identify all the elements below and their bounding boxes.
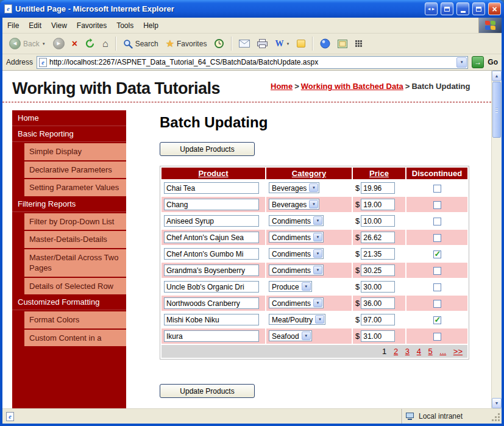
price-input[interactable] xyxy=(361,314,395,325)
price-input[interactable] xyxy=(361,330,395,342)
sidebar-section-basic-reporting[interactable]: Basic Reporting xyxy=(12,126,126,142)
stop-button[interactable]: × xyxy=(69,37,80,51)
search-button[interactable]: Search xyxy=(120,37,161,51)
category-select[interactable]: Seafood▼ xyxy=(269,330,312,341)
sidebar-item-declarative-parameters[interactable]: Declarative Parameters xyxy=(24,162,126,179)
vertical-scrollbar[interactable]: ▲ ▼ xyxy=(491,71,502,408)
discontinued-checkbox[interactable] xyxy=(433,283,441,291)
scroll-up-button[interactable]: ▲ xyxy=(492,71,502,81)
product-input[interactable] xyxy=(164,314,259,325)
messenger-button[interactable] xyxy=(317,37,333,51)
sidebar-item-simple-display[interactable]: Simple Display xyxy=(24,143,126,160)
breadcrumb-link-home[interactable]: Home xyxy=(271,82,293,91)
home-button[interactable]: ⌂ xyxy=(99,37,112,51)
price-input[interactable] xyxy=(361,199,395,210)
pager-page-link[interactable]: 5 xyxy=(428,347,432,356)
category-select[interactable]: Beverages▼ xyxy=(269,182,319,193)
product-input[interactable] xyxy=(164,297,259,309)
sidebar-item-master-detail-two-pages[interactable]: Master/Detail Across Two Pages xyxy=(24,249,126,277)
discontinued-checkbox[interactable] xyxy=(433,300,441,308)
category-select[interactable]: Beverages▼ xyxy=(269,199,319,210)
forward-button[interactable]: ► xyxy=(50,36,68,51)
price-input[interactable] xyxy=(361,232,395,243)
menu-file[interactable]: File xyxy=(2,18,24,33)
pager-page-link[interactable]: 4 xyxy=(417,347,421,356)
sidebar-section-filtering-reports[interactable]: Filtering Reports xyxy=(12,196,126,212)
menu-favorites[interactable]: Favorites xyxy=(72,18,112,33)
menu-help[interactable]: Help xyxy=(138,18,163,33)
mail-button[interactable] xyxy=(236,38,253,49)
pager-page-link[interactable]: 3 xyxy=(405,347,410,356)
category-select[interactable]: Condiments▼ xyxy=(269,264,324,275)
sidebar-item-master-details-details[interactable]: Master-Details-Details xyxy=(24,231,126,248)
menu-edit[interactable]: Edit xyxy=(24,18,46,33)
go-button[interactable]: → xyxy=(472,56,484,68)
edit-button[interactable]: W ▼ xyxy=(272,37,293,51)
category-select[interactable]: Condiments▼ xyxy=(269,297,324,308)
discontinued-checkbox[interactable] xyxy=(433,201,441,209)
discontinued-checkbox[interactable] xyxy=(433,316,441,324)
price-input[interactable] xyxy=(361,215,395,227)
address-input[interactable] xyxy=(49,58,454,66)
pager-ellipsis-link[interactable]: ... xyxy=(439,347,446,356)
discontinued-checkbox[interactable] xyxy=(433,234,441,242)
product-input[interactable] xyxy=(164,199,259,210)
category-select[interactable]: Condiments▼ xyxy=(269,215,324,226)
breadcrumb-link-batched-data[interactable]: Working with Batched Data xyxy=(301,82,403,91)
product-input[interactable] xyxy=(164,232,259,243)
product-input[interactable] xyxy=(164,330,259,342)
research-button[interactable] xyxy=(335,38,350,50)
menu-view[interactable]: View xyxy=(46,18,72,33)
price-input[interactable] xyxy=(361,297,395,309)
menu-tools[interactable]: Tools xyxy=(112,18,138,33)
product-input[interactable] xyxy=(164,281,259,293)
category-select[interactable]: Produce▼ xyxy=(269,281,312,292)
minimize-button[interactable] xyxy=(456,2,469,15)
price-input[interactable] xyxy=(361,182,395,194)
column-header-category[interactable]: Category xyxy=(266,168,352,179)
price-input[interactable] xyxy=(361,264,395,276)
product-input[interactable] xyxy=(164,248,259,260)
sidebar-item-details-of-selected-row[interactable]: Details of Selected Row xyxy=(24,278,126,295)
address-dropdown-button[interactable]: ▼ xyxy=(456,57,467,68)
close-button[interactable]: × xyxy=(488,2,501,15)
price-input[interactable] xyxy=(361,281,395,293)
titlebar-window-button[interactable] xyxy=(441,2,453,15)
quick-links-button[interactable] xyxy=(352,38,366,49)
column-header-price[interactable]: Price xyxy=(353,168,405,179)
update-products-button-bottom[interactable]: Update Products xyxy=(160,384,255,398)
product-input[interactable] xyxy=(164,182,259,194)
maximize-button[interactable] xyxy=(472,2,485,15)
price-input[interactable] xyxy=(361,248,395,260)
resize-grip[interactable] xyxy=(492,409,502,424)
pager-next-link[interactable]: >> xyxy=(453,347,463,356)
discontinued-checkbox[interactable] xyxy=(433,185,441,193)
scrollbar-thumb[interactable] xyxy=(492,82,501,138)
sidebar-item-custom-content[interactable]: Custom Content in a xyxy=(24,330,126,347)
category-select[interactable]: Meat/Poultry▼ xyxy=(269,314,325,325)
discontinued-checkbox[interactable] xyxy=(433,267,441,275)
refresh-button[interactable] xyxy=(82,37,98,51)
sidebar-item-home[interactable]: Home xyxy=(12,110,126,126)
history-button[interactable] xyxy=(211,37,227,51)
discontinued-checkbox[interactable] xyxy=(433,333,441,341)
category-select[interactable]: Condiments▼ xyxy=(269,232,324,243)
discontinued-checkbox[interactable] xyxy=(433,218,441,225)
sidebar-item-setting-parameter-values[interactable]: Setting Parameter Values xyxy=(24,179,126,196)
favorites-button[interactable]: ★ Favorites xyxy=(163,36,210,51)
sidebar-item-filter-by-dropdown-list[interactable]: Filter by Drop-Down List xyxy=(24,213,126,230)
product-input[interactable] xyxy=(164,215,259,227)
pager-page-link[interactable]: 2 xyxy=(394,347,398,356)
product-input[interactable] xyxy=(164,264,259,276)
discontinued-checkbox[interactable] xyxy=(433,250,441,258)
titlebar-extra-button[interactable]: ◄► xyxy=(425,2,438,15)
sidebar-section-customized-formatting[interactable]: Customized Formatting xyxy=(12,294,126,310)
sidebar-item-format-colors[interactable]: Format Colors xyxy=(24,311,126,328)
discuss-button[interactable] xyxy=(294,38,308,49)
print-button[interactable] xyxy=(254,37,271,50)
scroll-down-button[interactable]: ▼ xyxy=(492,398,502,408)
column-header-product[interactable]: Product xyxy=(161,168,265,179)
back-button[interactable]: ◄ Back ▼ xyxy=(6,36,49,51)
category-select[interactable]: Condiments▼ xyxy=(269,248,324,259)
update-products-button-top[interactable]: Update Products xyxy=(160,142,255,156)
